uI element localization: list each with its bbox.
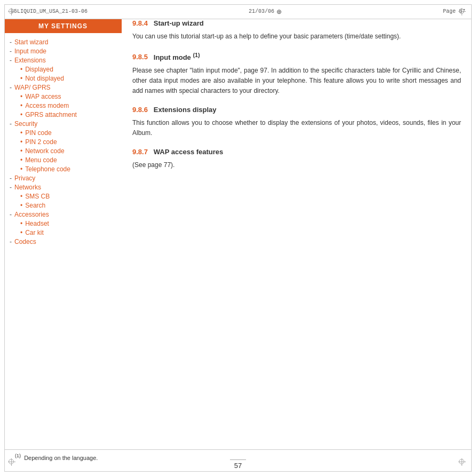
page-border [4, 4, 472, 472]
